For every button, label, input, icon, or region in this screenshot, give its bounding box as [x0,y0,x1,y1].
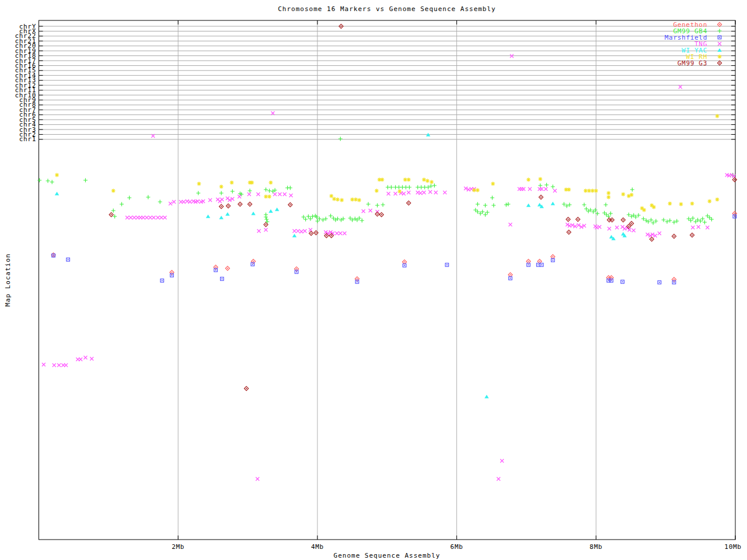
marker [608,227,611,230]
marker [188,200,191,204]
marker [264,195,268,199]
marker [484,395,488,398]
marker-dot [228,205,229,206]
x-tick-label: 6Mb [451,543,463,551]
marker-dot [310,233,312,234]
marker [386,186,390,190]
marker-dot [628,226,629,227]
marker-dot [719,37,720,38]
marker [293,229,296,233]
marker [275,208,279,211]
marker [690,202,694,206]
marker-dot [240,204,241,205]
legend-label: GM99 G3 [678,60,707,67]
x-tick-label: 10Mb [724,543,741,551]
marker [182,200,186,204]
marker-dot [568,232,570,233]
marker-dot [253,261,254,262]
marker [380,178,384,182]
marker-dot [162,280,163,281]
marker [148,216,152,219]
marker [387,192,390,195]
marker [668,202,672,206]
marker [132,216,136,219]
marker [369,209,372,212]
marker [238,195,241,198]
marker [544,183,549,187]
marker [606,191,610,195]
series-wi-yac [55,133,627,398]
marker-dot [172,272,173,273]
marker [522,187,525,191]
marker-dot [659,282,660,283]
marker [310,215,315,219]
marker [397,190,402,194]
marker [231,190,235,194]
marker [375,204,379,208]
marker [265,220,269,224]
marker [302,215,306,219]
marker-dot [68,259,69,260]
marker [264,188,268,192]
marker [309,228,312,232]
marker [55,192,59,195]
marker [389,186,393,190]
marker [366,202,371,206]
marker-dot [540,197,542,198]
chromosome-bands: chrYchrXchr22chr21chr20chr19chr18chr17ch… [15,23,735,144]
marker [268,209,273,213]
marker [628,228,631,232]
marker [544,187,547,191]
series-tng [42,54,736,481]
marker [567,188,571,192]
marker-dot [734,179,735,180]
x-tick-label: 8Mb [589,543,602,551]
marker [303,229,306,233]
marker [526,178,530,182]
marker [257,229,261,233]
marker [476,188,480,192]
marker [419,191,423,195]
marker [268,181,273,185]
marker [142,216,145,219]
marker [403,178,407,182]
marker [206,215,210,218]
marker [83,356,87,359]
series-genethon [51,211,736,281]
marker [264,218,268,222]
marker [594,189,598,193]
marker [343,232,346,235]
marker [129,216,132,219]
marker-dot [221,206,222,207]
marker-dot [215,270,217,271]
marker [394,192,397,195]
marker [220,198,224,201]
marker [697,225,700,229]
marker [419,186,423,190]
marker [219,216,223,219]
legend: GenethonGM99 GB4MarshfieldTNGWI YACWI RH… [665,21,722,67]
marker-dot [510,274,511,275]
marker [336,198,340,202]
marker-dot [266,224,267,225]
marker [700,217,704,221]
marker [490,196,494,200]
marker [340,198,344,202]
marker [717,48,721,52]
marker [197,182,201,186]
marker [430,180,434,184]
marker [662,218,666,222]
marker [267,189,271,193]
marker [79,358,82,361]
marker [90,357,93,360]
marker [587,189,591,193]
marker [423,186,427,190]
marker [483,213,487,217]
marker [528,187,532,191]
marker [248,189,252,193]
marker [338,232,342,235]
marker [283,192,287,196]
marker [250,181,254,185]
marker-dot [734,216,735,217]
marker [402,192,406,195]
